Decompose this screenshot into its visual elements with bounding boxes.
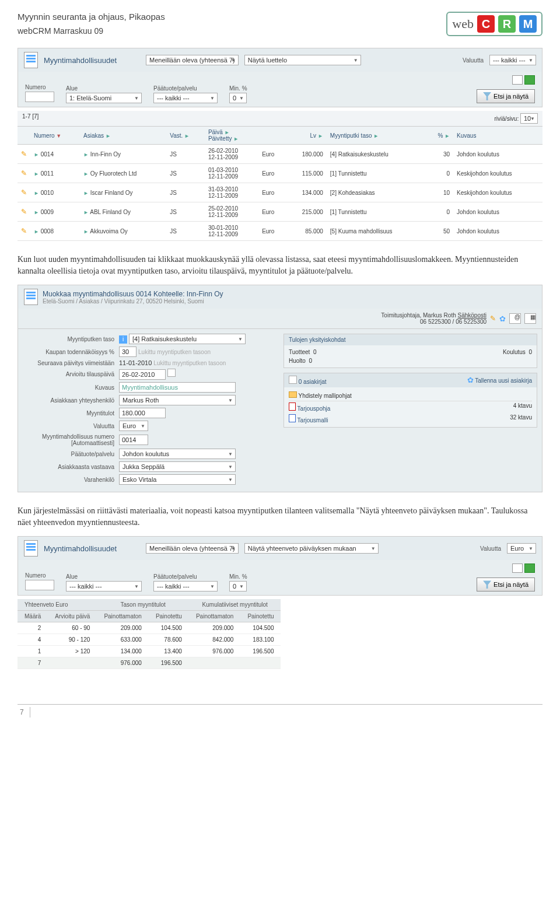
expand-icon[interactable]: ► bbox=[34, 209, 39, 215]
paatuote-label-2: Päätuote/palvelu bbox=[153, 573, 218, 580]
rows-per-page-select[interactable]: 10 bbox=[520, 113, 538, 124]
table-row: ✎► 0009► ABL Finland OyJS25-02-201012-11… bbox=[18, 202, 542, 222]
numero-input-2[interactable] bbox=[25, 580, 54, 590]
paatuote-select[interactable]: --- kaikki --- bbox=[153, 93, 218, 103]
doc-title: Myynnin seuranta ja ohjaus, Pikaopas bbox=[18, 12, 165, 22]
sum-h3: Kumulatiiviset myyntitulot bbox=[189, 599, 281, 611]
col-vast[interactable]: Vast. bbox=[170, 132, 183, 139]
result-count: 1-7 [7] bbox=[22, 113, 38, 124]
expand-icon[interactable]: ► bbox=[83, 152, 89, 158]
funnel-icon bbox=[483, 92, 491, 100]
currency-select-2[interactable]: Euro bbox=[507, 543, 536, 554]
min-select[interactable]: 0 bbox=[229, 93, 247, 103]
document-icon bbox=[24, 289, 38, 305]
gear-icon[interactable]: ✿ bbox=[499, 314, 506, 323]
print-icon[interactable] bbox=[512, 564, 523, 573]
expand-icon[interactable]: ► bbox=[83, 171, 89, 177]
template-2-name: Tarjousmalli bbox=[298, 417, 328, 424]
alue-label: Alue bbox=[66, 85, 142, 92]
rows-per-page-label: riviä/sivu: bbox=[495, 116, 519, 122]
sum-h2: Tason myyntitulot bbox=[97, 599, 189, 611]
taso-label: Myyntiputken taso bbox=[23, 336, 119, 342]
min-select-2[interactable]: 0 bbox=[229, 581, 247, 592]
col-lv[interactable]: Lv bbox=[310, 132, 317, 139]
document-icon bbox=[24, 52, 38, 68]
col-paiva[interactable]: Päivä bbox=[208, 129, 223, 135]
edit-subtitle: Etelä-Suomi / Asiakas / Viipurinkatu 27,… bbox=[43, 298, 223, 304]
status-select-2[interactable]: Meneillään oleva (yhteensä 7) bbox=[146, 543, 239, 554]
expand-icon[interactable]: ► bbox=[83, 190, 89, 196]
template-1[interactable]: Tarjouspohja bbox=[289, 402, 330, 412]
edit-icon[interactable]: ✎ bbox=[490, 314, 496, 323]
excel-icon[interactable] bbox=[524, 564, 535, 573]
tulot-input[interactable]: 180.000 bbox=[119, 408, 166, 418]
currency-label: Valuutta bbox=[463, 57, 484, 64]
print-icon[interactable] bbox=[512, 75, 523, 85]
logo-m-icon: M bbox=[519, 15, 537, 33]
col-taso[interactable]: Myyntiputki taso bbox=[330, 132, 372, 139]
numero-label-2: Numero bbox=[25, 572, 54, 579]
val-select[interactable]: Euro bbox=[119, 421, 148, 431]
view-select-2[interactable]: Näytä yhteenveto päiväyksen mukaan bbox=[244, 543, 379, 554]
result-count-row: 1-7 [7] riviä/sivu: 10 bbox=[18, 111, 542, 127]
page-number: 7 bbox=[18, 707, 30, 718]
tuotteet-label: Tuotteet bbox=[289, 349, 310, 355]
currency-select[interactable]: --- kaikki --- bbox=[489, 55, 536, 65]
calendar-picker-icon[interactable] bbox=[167, 369, 176, 377]
contact-name: Toimitusjohtaja, Markus Roth bbox=[381, 312, 456, 318]
status-select[interactable]: Meneillään oleva (yhteensä 7) bbox=[146, 55, 239, 65]
opportunities-list-panel: Myyntimahdollisuudet Meneillään oleva (y… bbox=[18, 48, 542, 107]
paatuote-select-2[interactable]: --- kaikki --- bbox=[153, 581, 218, 592]
col-pct[interactable]: % bbox=[438, 132, 443, 139]
expand-icon[interactable]: ► bbox=[83, 229, 89, 235]
edit-row-icon[interactable]: ✎ bbox=[21, 150, 27, 158]
calendar-icon[interactable]: ▦ bbox=[524, 313, 536, 324]
edit-title: Muokkaa myyntimahdollisuus 0014 Kohteell… bbox=[43, 290, 223, 298]
template-1-name: Tarjouspohja bbox=[298, 405, 331, 412]
contact-email-link[interactable]: Sähköposti bbox=[458, 312, 487, 318]
search-button[interactable]: Etsi ja näytä bbox=[477, 89, 535, 103]
edit-row-icon[interactable]: ✎ bbox=[21, 227, 27, 235]
yht-select[interactable]: Markus Roth bbox=[119, 395, 236, 405]
col-asiakas[interactable]: Asiakas bbox=[83, 132, 104, 139]
expand-icon[interactable]: ► bbox=[83, 209, 89, 215]
search-button-label: Etsi ja näytä bbox=[494, 93, 528, 100]
col-numero[interactable]: Numero bbox=[34, 132, 55, 139]
panel2-title: Myyntimahdollisuudet bbox=[44, 544, 117, 553]
arv-input[interactable]: 26-02-2010 bbox=[119, 369, 166, 380]
excel-icon[interactable] bbox=[524, 75, 535, 85]
edit-row-icon[interactable]: ✎ bbox=[21, 188, 27, 197]
val-label: Valuutta bbox=[23, 423, 119, 429]
expand-icon[interactable]: ► bbox=[34, 152, 39, 158]
min-label: Min. % bbox=[229, 85, 247, 92]
income-head: Tulojen yksityiskohdat bbox=[284, 334, 537, 345]
expand-icon[interactable]: ► bbox=[34, 171, 39, 177]
folder-icon bbox=[289, 391, 297, 398]
view-select[interactable]: Näytä luettelo bbox=[244, 55, 361, 65]
mail-icon[interactable]: @ bbox=[509, 313, 521, 324]
taso-select[interactable]: [4] Ratkaisukeskustelu bbox=[129, 334, 246, 344]
alue-select[interactable]: 1: Etelä-Suomi bbox=[66, 93, 142, 103]
edit-row-icon[interactable]: ✎ bbox=[21, 208, 27, 216]
summary-table: Yhteenveto Euro Tason myyntitulot Kumula… bbox=[18, 599, 281, 669]
save-new-doc-link[interactable]: ✿ Tallenna uusi asiakirja bbox=[467, 376, 532, 385]
numero-input[interactable] bbox=[25, 92, 54, 102]
expand-icon[interactable]: ► bbox=[34, 229, 39, 235]
income-details-panel: Tulojen yksityiskohdat Tuotteet 0Koulutu… bbox=[284, 334, 537, 368]
template-2[interactable]: Tarjousmalli bbox=[289, 414, 328, 424]
pdf-icon bbox=[289, 402, 296, 411]
total-row: 7976.000196.500 bbox=[18, 657, 281, 669]
table-row: 490 - 120633.00078.600842.000183.100 bbox=[18, 634, 281, 646]
col-kuvaus: Kuvaus bbox=[457, 132, 476, 139]
alue-select-2[interactable]: --- kaikki --- bbox=[66, 581, 142, 592]
expand-icon[interactable]: ► bbox=[34, 190, 39, 196]
vast-select[interactable]: Jukka Seppälä bbox=[119, 461, 236, 472]
kuv-input[interactable]: Myyntimahdollisuus bbox=[119, 382, 236, 393]
numero-label: Numero bbox=[25, 84, 54, 90]
col-paivitetty[interactable]: Päivitetty bbox=[208, 135, 232, 142]
edit-row-icon[interactable]: ✎ bbox=[21, 169, 27, 177]
vara-select[interactable]: Esko Virtala bbox=[119, 474, 236, 485]
paa-select[interactable]: Johdon koulutus bbox=[119, 449, 236, 459]
search-button-2[interactable]: Etsi ja näytä bbox=[477, 578, 535, 592]
info-icon[interactable]: i bbox=[119, 335, 127, 344]
